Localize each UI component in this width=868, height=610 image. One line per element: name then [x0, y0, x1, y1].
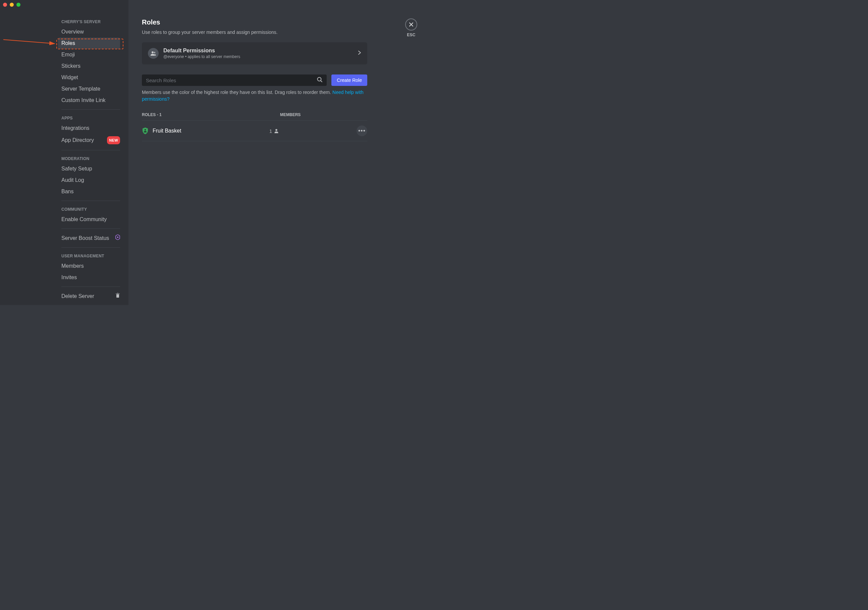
- search-roles-input[interactable]: [146, 78, 316, 83]
- sidebar-item-roles[interactable]: Roles: [58, 37, 120, 49]
- sidebar-divider: [61, 228, 120, 229]
- window-controls: [3, 3, 20, 7]
- role-member-count-value: 1: [269, 128, 272, 134]
- close-label: ESC: [405, 33, 417, 37]
- roles-hint-text: Members use the color of the highest rol…: [142, 90, 332, 95]
- svg-point-1: [117, 237, 118, 238]
- sidebar-section-moderation: MODERATION: [61, 154, 120, 163]
- sidebar-divider: [61, 109, 120, 110]
- sidebar-item-label: Delete Server: [61, 293, 94, 300]
- person-icon: [274, 129, 279, 133]
- svg-point-3: [154, 52, 156, 53]
- role-row[interactable]: Fruit Basket 1 •••: [142, 121, 367, 141]
- svg-point-5: [144, 129, 146, 130]
- page-title: Roles: [142, 19, 367, 26]
- default-permissions-card[interactable]: Default Permissions @everyone • applies …: [142, 42, 367, 64]
- role-name: Fruit Basket: [153, 128, 181, 134]
- sidebar-item-bans[interactable]: Bans: [61, 186, 120, 197]
- sidebar-item-label: Server Boost Status: [61, 235, 109, 242]
- trash-icon: [115, 293, 120, 300]
- search-icon: [316, 76, 322, 84]
- sidebar-item-custom-invite[interactable]: Custom Invite Link: [61, 95, 120, 106]
- sidebar-item-label: Custom Invite Link: [61, 97, 105, 104]
- sidebar-item-label: Enable Community: [61, 216, 107, 223]
- sidebar-item-emoji[interactable]: Emoji: [61, 49, 120, 61]
- sidebar-item-label: Stickers: [61, 63, 81, 70]
- sidebar-item-audit-log[interactable]: Audit Log: [61, 174, 120, 186]
- sidebar-section-apps: APPS: [61, 113, 120, 123]
- roles-column-header: ROLES - 1: [142, 112, 280, 117]
- window-maximize-dot[interactable]: [16, 3, 20, 7]
- sidebar-divider: [61, 247, 120, 248]
- sidebar-item-label: Roles: [61, 40, 75, 47]
- main-content: ESC Roles Use roles to group your server…: [129, 0, 434, 305]
- create-role-button[interactable]: Create Role: [332, 75, 367, 86]
- members-icon: [148, 48, 159, 59]
- sidebar-item-label: Emoji: [61, 51, 75, 58]
- sidebar-item-label: Overview: [61, 28, 84, 35]
- close-settings: ESC: [405, 19, 417, 37]
- sidebar-section-server: CHERRY'S SERVER: [61, 17, 120, 26]
- window-minimize-dot[interactable]: [10, 3, 14, 7]
- sidebar-item-widget[interactable]: Widget: [61, 72, 120, 83]
- close-icon: [409, 22, 414, 27]
- sidebar-item-members[interactable]: Members: [61, 260, 120, 272]
- role-member-count: 1: [269, 128, 279, 134]
- sidebar-item-stickers[interactable]: Stickers: [61, 61, 120, 72]
- role-more-button[interactable]: •••: [356, 126, 367, 136]
- roles-hint: Members use the color of the highest rol…: [142, 89, 367, 102]
- sidebar-item-label: Invites: [61, 274, 77, 281]
- sidebar-item-label: Members: [61, 263, 84, 269]
- sidebar-item-label: App Directory: [61, 137, 94, 144]
- default-permissions-subtitle: @everyone • applies to all server member…: [163, 54, 358, 59]
- sidebar-item-label: Server Template: [61, 85, 100, 92]
- new-badge: NEW: [107, 136, 120, 144]
- sidebar-item-server-boost[interactable]: Server Boost Status: [61, 232, 120, 244]
- svg-point-2: [152, 51, 153, 53]
- sidebar-item-label: Safety Setup: [61, 165, 92, 172]
- sidebar-section-community: COMMUNITY: [61, 204, 120, 214]
- sidebar-item-server-template[interactable]: Server Template: [61, 83, 120, 95]
- more-icon: •••: [358, 127, 366, 135]
- role-shield-icon: [142, 127, 149, 134]
- sidebar-item-app-directory[interactable]: App Directory NEW: [61, 134, 120, 147]
- chevron-right-icon: [358, 50, 361, 56]
- sidebar-item-label: Bans: [61, 188, 73, 195]
- sidebar-item-delete-server[interactable]: Delete Server: [61, 290, 120, 302]
- sidebar-item-integrations[interactable]: Integrations: [61, 123, 120, 134]
- sidebar-item-overview[interactable]: Overview: [61, 26, 120, 37]
- settings-sidebar: CHERRY'S SERVER Overview Roles Emoji Sti…: [0, 0, 129, 305]
- members-column-header: MEMBERS: [280, 112, 367, 117]
- page-subtitle: Use roles to group your server members a…: [142, 29, 367, 35]
- window-close-dot[interactable]: [3, 3, 7, 7]
- svg-point-6: [276, 129, 278, 131]
- sidebar-item-enable-community[interactable]: Enable Community: [61, 214, 120, 225]
- sidebar-item-safety-setup[interactable]: Safety Setup: [61, 163, 120, 174]
- close-button[interactable]: [405, 19, 417, 31]
- boost-icon: [115, 234, 120, 242]
- roles-table-header: ROLES - 1 MEMBERS: [142, 112, 367, 121]
- sidebar-item-label: Integrations: [61, 125, 90, 132]
- sidebar-divider: [61, 287, 120, 287]
- sidebar-item-label: Audit Log: [61, 177, 84, 183]
- sidebar-section-user-management: USER MANAGEMENT: [61, 251, 120, 260]
- search-roles-box[interactable]: [142, 75, 327, 86]
- default-permissions-title: Default Permissions: [163, 48, 358, 54]
- sidebar-item-label: Widget: [61, 74, 78, 81]
- sidebar-item-invites[interactable]: Invites: [61, 272, 120, 283]
